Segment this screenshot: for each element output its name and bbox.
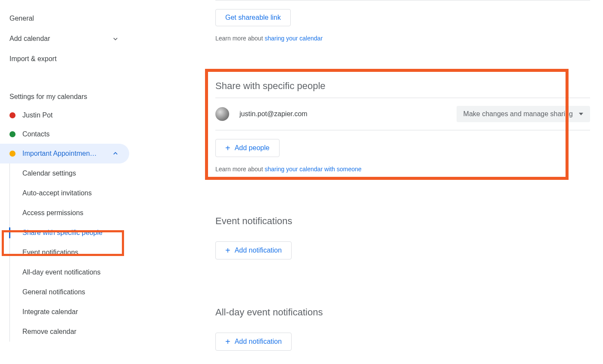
sidebar-label: General [9, 15, 34, 22]
sidebar-label: Import & export [9, 55, 56, 63]
sharing-your-calendar-link[interactable]: sharing your calendar [264, 35, 323, 42]
all-day-event-notifications-section: All-day event notifications + Add notifi… [215, 307, 590, 351]
sub-items: Calendar settings Auto-accept invitation… [0, 163, 129, 342]
chevron-down-icon [111, 34, 120, 43]
calendar-label: Justin Pot [22, 111, 120, 119]
button-label: Add notification [235, 247, 282, 254]
button-label: Add notification [235, 338, 282, 345]
add-people-button[interactable]: + Add people [215, 139, 280, 157]
sidebar-item-import-export[interactable]: Import & export [0, 49, 129, 69]
chevron-up-icon [111, 149, 120, 158]
sidebar-item-general[interactable]: General [0, 9, 129, 28]
sidebar-section-title: Settings for my calendars [0, 86, 129, 106]
sidebar-item-add-calendar[interactable]: Add calendar [0, 28, 129, 49]
section-title: Share with specific people [215, 80, 590, 92]
color-dot [9, 131, 16, 137]
sub-item-auto-accept[interactable]: Auto-accept invitations [0, 183, 129, 203]
sub-item-share-with-specific-people[interactable]: Share with specific people [0, 223, 129, 243]
add-notification-button[interactable]: + Add notification [215, 241, 292, 259]
plus-icon: + [225, 246, 230, 255]
plus-icon: + [225, 144, 230, 152]
sub-item-calendar-settings[interactable]: Calendar settings [0, 163, 129, 183]
person-row: justin.pot@zapier.com Make changes and m… [215, 98, 590, 130]
button-label: Add people [235, 144, 270, 152]
sidebar-label: Add calendar [9, 35, 50, 43]
person-email: justin.pot@zapier.com [239, 110, 457, 118]
sub-item-all-day-notifications[interactable]: All-day event notifications [0, 262, 129, 282]
sub-item-integrate-calendar[interactable]: Integrate calendar [0, 302, 129, 322]
section-title: All-day event notifications [215, 307, 590, 318]
calendar-item-justin-pot[interactable]: Justin Pot [0, 106, 129, 125]
color-dot [9, 151, 16, 157]
calendar-item-important-appointments[interactable]: Important Appointmen… [0, 144, 129, 163]
permission-label: Make changes and manage sharing [463, 110, 573, 118]
main-content: Get shareable link Learn more about shar… [129, 0, 603, 364]
calendar-item-contacts[interactable]: Contacts [0, 125, 129, 144]
add-notification-button[interactable]: + Add notification [215, 333, 292, 351]
learn-more-text: Learn more about sharing your calendar [215, 35, 590, 42]
calendar-label: Contacts [22, 130, 120, 138]
permission-select[interactable]: Make changes and manage sharing [457, 106, 590, 122]
sub-item-remove-calendar[interactable]: Remove calendar [0, 322, 129, 342]
button-label: Get shareable link [225, 14, 281, 22]
sidebar: General Add calendar Import & export Set… [0, 0, 129, 364]
share-with-specific-people-section: Share with specific people justin.pot@za… [215, 80, 590, 173]
learn-more-text: Learn more about sharing your calendar w… [215, 166, 590, 173]
sharing-with-someone-link[interactable]: sharing your calendar with someone [264, 166, 361, 173]
sub-item-event-notifications[interactable]: Event notifications [0, 243, 129, 262]
sub-item-general-notifications[interactable]: General notifications [0, 282, 129, 302]
color-dot [9, 112, 16, 118]
avatar [215, 107, 229, 121]
plus-icon: + [225, 337, 230, 346]
sub-item-access-permissions[interactable]: Access permissions [0, 203, 129, 223]
get-shareable-link-button[interactable]: Get shareable link [215, 9, 291, 26]
section-title: Event notifications [215, 216, 590, 227]
dropdown-triangle-icon [579, 113, 583, 115]
calendar-label: Important Appointmen… [22, 150, 111, 157]
event-notifications-section: Event notifications + Add notification [215, 216, 590, 259]
access-permissions-footer: Get shareable link Learn more about shar… [215, 0, 590, 42]
